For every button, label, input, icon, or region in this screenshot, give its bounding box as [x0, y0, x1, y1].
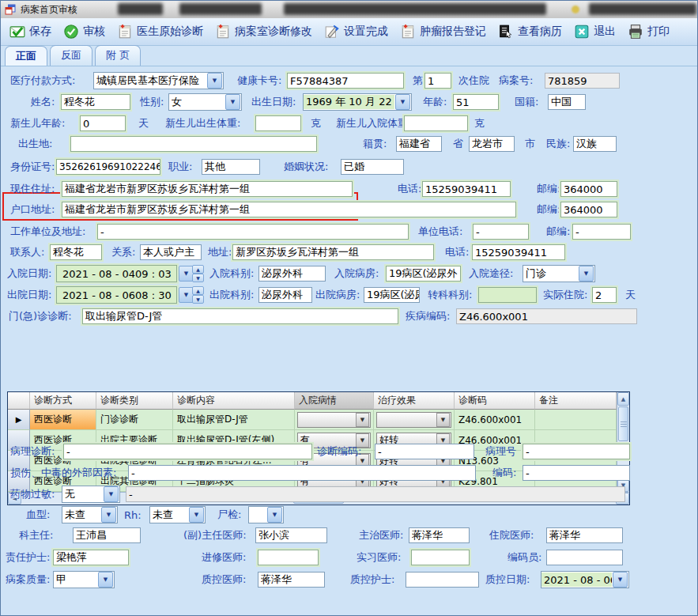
dept-head-input[interactable]: 王沛昌	[73, 527, 141, 543]
chevron-down-icon[interactable]: ▼	[207, 73, 222, 89]
cell-method[interactable]: 西医诊断	[30, 410, 96, 430]
chevron-down-icon[interactable]: ▼	[579, 266, 594, 282]
scroll-up-icon[interactable]: ▲	[617, 392, 629, 406]
chevron-down-icon[interactable]: ▼	[104, 486, 119, 502]
doctor-original-diagnosis-button[interactable]: 医生原始诊断	[112, 21, 208, 43]
qc-nurse-input[interactable]	[406, 572, 479, 588]
household-address-input[interactable]: 福建省龙岩市新罗区苏坂乡瓦洋村第一组	[62, 202, 516, 217]
occupation-input[interactable]: 其他	[202, 159, 260, 175]
id-number-input[interactable]: 352626196910222469	[56, 159, 160, 175]
tab-back[interactable]: 反面	[50, 45, 92, 66]
col-header-effect[interactable]: 治疗效果	[374, 392, 455, 410]
chevron-down-icon[interactable]: ▼	[189, 507, 204, 523]
nationality-input[interactable]: 中国	[548, 94, 586, 110]
chevron-down-icon[interactable]: ▼	[225, 94, 240, 110]
effect-select[interactable]: ▼	[376, 412, 451, 428]
tumor-report-registration-button[interactable]: 肿瘤报告登记	[395, 21, 491, 43]
name-input[interactable]: 程冬花	[61, 94, 130, 110]
contact-address-input[interactable]: 新罗区苏坂乡瓦洋村第一组	[232, 244, 434, 260]
vertical-scroll-thumb[interactable]	[618, 406, 628, 441]
row-selector-cell[interactable]: ▶	[8, 410, 30, 430]
intern-doctor-input[interactable]	[411, 550, 470, 565]
chevron-down-icon[interactable]: ▼	[356, 413, 369, 427]
records-room-diagnosis-edit-button[interactable]: 病案室诊断修改	[210, 21, 317, 43]
coder-input[interactable]	[546, 550, 623, 565]
resident-doctor-input[interactable]: 蒋泽华	[546, 527, 623, 543]
zip-input[interactable]: 364000	[560, 181, 617, 197]
contact-phone-input[interactable]: 15259039411	[472, 244, 565, 260]
ethnicity-input[interactable]: 汉族	[573, 136, 617, 152]
qc-date-picker[interactable]: 2021 - 08 - 06▼	[541, 571, 629, 588]
chevron-down-icon[interactable]: ▼	[436, 413, 450, 427]
injury-code-input[interactable]: -	[523, 465, 630, 481]
cell-code[interactable]: Z46.600x001	[455, 410, 535, 430]
set-complete-button[interactable]: 设置完成	[319, 21, 393, 43]
condition-select[interactable]: ▼	[297, 412, 371, 428]
admission-dept-input[interactable]: 泌尿外科	[258, 266, 326, 282]
col-header-method[interactable]: 诊断方式	[30, 392, 96, 410]
newborn-adm-weight-input[interactable]	[404, 115, 468, 131]
chevron-down-icon[interactable]: ▼	[267, 507, 282, 523]
tab-front[interactable]: 正面	[5, 46, 47, 66]
work-address-input[interactable]: -	[97, 224, 409, 240]
zip-input[interactable]: -	[572, 224, 631, 240]
admission-datetime-field[interactable]: 2021 - 08 - 0409 : 03	[56, 265, 177, 282]
chevron-down-icon[interactable]: ▼	[98, 572, 113, 588]
pathology-dx-input[interactable]: -	[63, 444, 312, 459]
newborn-age-input[interactable]: 0	[80, 115, 126, 131]
blood-type-select[interactable]: 未查▼	[62, 506, 118, 523]
payment-method-select[interactable]: 城镇居民基本医疗保险▼	[93, 72, 224, 89]
exit-button[interactable]: 退出	[569, 21, 621, 43]
record-quality-select[interactable]: 甲▼	[53, 571, 115, 588]
autopsy-select[interactable]: ▼	[248, 506, 284, 523]
age-input[interactable]: 51	[453, 94, 499, 110]
discharge-datetime-field[interactable]: 2021 - 08 - 0608 : 30	[56, 286, 177, 304]
col-header-content[interactable]: 诊断内容	[173, 392, 295, 410]
admission-route-select[interactable]: 门诊▼	[523, 265, 595, 282]
work-phone-input[interactable]: -	[473, 224, 529, 240]
chief-doctor-input[interactable]: 张小滨	[255, 527, 327, 543]
gender-select[interactable]: 女▼	[168, 93, 242, 111]
attending-doctor-input[interactable]: 蒋泽华	[409, 527, 470, 543]
contact-name-input[interactable]: 程冬花	[50, 244, 102, 260]
native-city-input[interactable]: 龙岩市	[469, 136, 515, 152]
marital-input[interactable]: 已婚	[341, 159, 404, 175]
outpatient-dx-input[interactable]: 取出输尿管D-J管	[82, 308, 398, 324]
col-header-condition[interactable]: 入院病情	[295, 392, 374, 410]
birth-date-picker[interactable]: 1969 年 10 月 22 日▼	[303, 93, 412, 111]
admission-ward-input[interactable]: 19病区(泌尿外	[386, 266, 461, 282]
native-province-input[interactable]: 福建省	[396, 136, 442, 152]
admission-count-input[interactable]: 1	[424, 73, 451, 89]
view-medical-record-button[interactable]: 查看病历	[493, 21, 567, 43]
discharge-dept-input[interactable]: 泌尿外科	[258, 287, 312, 303]
chevron-down-icon[interactable]: ▼	[101, 507, 116, 523]
nurse-input[interactable]: 梁艳萍	[53, 550, 129, 565]
phone-input[interactable]: 15259039411	[422, 181, 511, 197]
transfer-dept-input[interactable]	[478, 287, 537, 303]
drug-allergy-select[interactable]: 无▼	[62, 486, 120, 503]
calendar-dropdown-icon[interactable]: ▼	[395, 94, 410, 110]
audit-button[interactable]: 审核	[58, 21, 110, 43]
trainee-doctor-input[interactable]	[258, 550, 319, 565]
actual-stay-input[interactable]: 2	[592, 287, 617, 303]
pathology-no-input[interactable]: -	[523, 444, 630, 459]
cell-category[interactable]: 门诊诊断	[96, 410, 173, 430]
injury-factor-input[interactable]: -	[128, 465, 476, 481]
datetime-spinner[interactable]: ▲▼	[192, 286, 204, 304]
birthplace-input[interactable]	[70, 136, 317, 152]
pathology-code-input[interactable]: -	[375, 444, 474, 459]
discharge-ward-input[interactable]: 19病区(泌尿	[364, 287, 420, 303]
rh-select[interactable]: 未查▼	[149, 506, 206, 523]
col-header-note[interactable]: 备注	[535, 392, 617, 410]
col-header-code[interactable]: 诊断码	[455, 392, 535, 410]
save-button[interactable]: 保存	[5, 21, 56, 43]
zip-input[interactable]: 364000	[560, 202, 617, 217]
print-button[interactable]: 打印	[623, 21, 674, 43]
qc-doctor-input[interactable]: 蒋泽华	[258, 572, 325, 588]
tab-appendix[interactable]: 附 页	[95, 45, 141, 66]
newborn-birth-weight-input[interactable]	[255, 115, 301, 131]
calendar-dropdown-icon[interactable]: ▼	[613, 572, 628, 588]
datetime-spinner[interactable]: ▲▼	[192, 265, 204, 282]
col-header-category[interactable]: 诊断类别	[96, 392, 173, 410]
current-address-input[interactable]: 福建省龙岩市新罗区苏坂乡瓦洋村第一组	[62, 181, 353, 197]
